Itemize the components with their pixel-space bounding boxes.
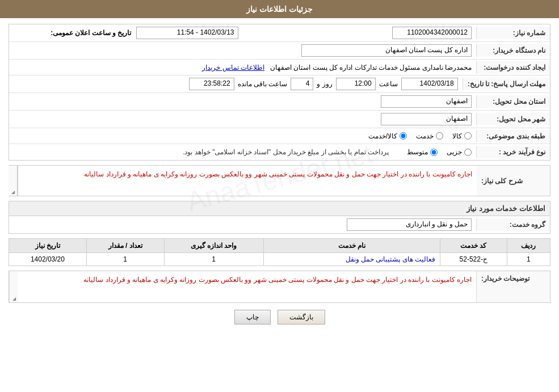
delivery-city-label: شهر محل تحویل: (476, 113, 550, 125)
category-radio-both[interactable] (400, 132, 407, 140)
cell-unit: 1 (164, 253, 263, 266)
buyer-notes-label: توضیحات خریدار: (476, 271, 550, 302)
creator-name: محمدرضا نامداری مسئول خدمات تدارکات ادار… (270, 64, 472, 71)
delivery-province-row: استان محل تحویل: اصفهان (9, 93, 550, 111)
resize-handle-2: ◢ (12, 296, 16, 301)
page-title: جزئیات اطلاعات نیاز (246, 5, 313, 14)
print-button[interactable]: چاپ (234, 310, 271, 324)
category-label: طبقه بندی موضوعی: (476, 130, 550, 142)
delivery-city-box: اصفهان (381, 113, 472, 125)
services-table: ردیف کد خدمت نام خدمت واحد اندازه گیری ت… (9, 238, 550, 266)
buyer-name-value: اداره کل پست استان اصفهان (9, 42, 476, 59)
need-description-label: شرح کلی نیاز: (477, 165, 550, 196)
response-remaining-box: 23:58:22 (189, 78, 234, 90)
delivery-province-label: استان محل تحویل: (476, 95, 550, 108)
page-header: جزئیات اطلاعات نیاز (0, 0, 559, 18)
back-button[interactable]: بازگشت (278, 310, 325, 324)
announce-date-label: تاریخ و ساعت اعلان عمومی: (51, 29, 131, 37)
creator-contact-link[interactable]: اطلاعات تماس خریدار (202, 64, 264, 71)
response-date-box: 1402/03/18 (401, 78, 458, 90)
cell-quantity: 1 (86, 253, 164, 266)
buyer-name-box: اداره کل پست استان اصفهان (301, 44, 472, 57)
cell-service-code: ح-522-52 (440, 253, 507, 266)
category-row: طبقه بندی موضوعی: کالا خدمت (9, 128, 550, 144)
process-label-motawaset: متوسط (407, 148, 428, 156)
process-radio-jozi[interactable] (464, 149, 472, 156)
buyer-notes-section: توضیحات خریدار: اجاره کامیونت با راننده … (9, 271, 550, 303)
col-header-service-name: نام خدمت (263, 239, 440, 253)
service-info-section: اطلاعات خدمات مورد نیاز گروه خدمت: حمل و… (9, 201, 550, 234)
process-value: جزیی متوسط پرداخت تمام یا بخشی از مبلغ خ… (9, 146, 476, 158)
creator-label: ایجاد کننده درخواست: (476, 61, 550, 74)
process-label-jozi: جزیی (447, 148, 462, 156)
category-value: کالا خدمت کالا/خدمت (9, 130, 476, 142)
service-group-row: گروه خدمت: حمل و نقل و انبارداری (9, 216, 550, 233)
buyer-notes-value: اجاره کامیونت با راننده در اختیار جهت حم… (18, 271, 476, 302)
category-radio-khedmat[interactable] (436, 132, 443, 140)
need-number-label: شماره نیاز: (476, 27, 550, 39)
delivery-province-box: اصفهان (381, 95, 472, 108)
need-number-value: 1102004342000012 (243, 24, 477, 41)
process-row: نوع فرآیند خرید : جزیی متوسط پرداخت تمام… (9, 144, 550, 160)
service-group-label: گروه خدمت: (476, 218, 550, 231)
col-header-date: تاریخ نیاز (9, 239, 87, 253)
need-number-box: 1102004342000012 (392, 27, 472, 39)
resize-handle: ◢ (11, 189, 15, 195)
need-description-section: شرح کلی نیاز: اجاره کامیونت با راننده در… (9, 165, 550, 196)
delivery-city-value: اصفهان (9, 111, 476, 128)
response-days-box: 4 (291, 78, 313, 90)
creator-value: محمدرضا نامداری مسئول خدمات تدارکات ادار… (9, 61, 476, 74)
response-time-label: ساعت (379, 80, 398, 88)
service-group-value: حمل و نقل و انبارداری (9, 216, 476, 233)
service-group-box: حمل و نقل و انبارداری (347, 218, 472, 231)
process-radio-motawaset[interactable] (430, 149, 438, 156)
delivery-province-value: اصفهان (9, 93, 476, 110)
response-deadline-row: مهلت ارسال پاسخ: تا تاریخ: 1402/03/18 سا… (9, 75, 550, 93)
process-note: پرداخت تمام یا بخشی از مبلغ خریداز محل "… (183, 148, 389, 156)
col-header-service-code: کد خدمت (440, 239, 507, 253)
response-time-box: 12:00 (336, 78, 376, 90)
announce-date-box: 1402/03/13 - 11:54 (136, 27, 238, 39)
action-buttons: بازگشت چاپ (9, 310, 550, 324)
col-header-quantity: تعداد / مقدار (86, 239, 164, 253)
category-option-kala[interactable]: کالا (452, 132, 472, 140)
cell-row-num: 1 (507, 253, 550, 266)
table-row: 1 ح-522-52 فعالیت های پشتیبانی حمل ونقل … (9, 253, 550, 266)
buyer-name-label: نام دستگاه خریدار: (476, 44, 550, 57)
process-option-motawaset[interactable]: متوسط (407, 148, 438, 156)
col-header-unit: واحد اندازه گیری (164, 239, 263, 253)
buyer-name-row: نام دستگاه خریدار: اداره کل پست استان اص… (9, 42, 550, 60)
category-label-khedmat: خدمت (416, 132, 434, 140)
category-radio-kala[interactable] (464, 132, 472, 140)
services-table-section: ردیف کد خدمت نام خدمت واحد اندازه گیری ت… (9, 238, 550, 266)
category-option-both[interactable]: کالا/خدمت (368, 132, 407, 140)
col-header-row-num: ردیف (507, 239, 550, 253)
need-description-value: اجاره کامیونت با راننده در اختیار جهت حم… (18, 165, 477, 196)
category-label-kala: کالا (452, 132, 462, 140)
delivery-city-row: شهر محل تحویل: اصفهان (9, 111, 550, 128)
cell-date: 1402/03/20 (9, 253, 87, 266)
service-info-title: اطلاعات خدمات مورد نیاز (9, 201, 550, 216)
category-option-khedmat[interactable]: خدمت (416, 132, 443, 140)
creator-row: ایجاد کننده درخواست: محمدرضا نامداری مسئ… (9, 60, 550, 75)
cell-service-name: فعالیت های پشتیبانی حمل ونقل (263, 253, 440, 266)
response-deadline-label: مهلت ارسال پاسخ: تا تاریخ: (463, 78, 550, 90)
process-option-jozi[interactable]: جزیی (447, 148, 472, 156)
category-label-both: کالا/خدمت (368, 132, 397, 140)
top-info-section: شماره نیاز: 1102004342000012 1402/03/13 … (9, 24, 550, 161)
response-days-label: روز و (317, 80, 332, 88)
response-deadline-value: 1402/03/18 ساعت 12:00 روز و 4 ساعت باقی … (9, 75, 463, 92)
response-remaining-label: ساعت باقی مانده (238, 80, 288, 88)
process-label: نوع فرآیند خرید : (476, 146, 550, 158)
need-number-row: شماره نیاز: 1102004342000012 1402/03/13 … (9, 24, 550, 42)
